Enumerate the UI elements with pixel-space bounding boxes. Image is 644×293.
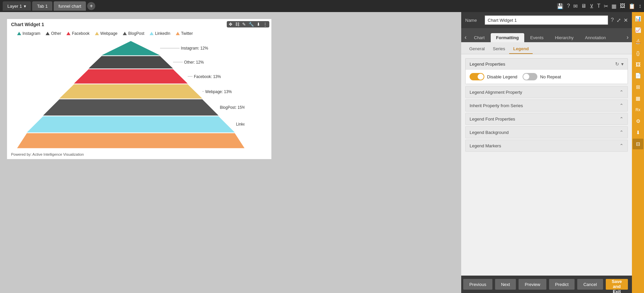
legend-alignment-chevron: ⌃	[620, 89, 624, 95]
funnel-svg: Instagram: 12% Other: 12% Facebook: 13% …	[17, 39, 245, 156]
save-icon[interactable]: 💾	[557, 3, 564, 9]
download-icon[interactable]: ⬇	[257, 22, 260, 27]
funnel-other	[89, 56, 173, 69]
sidebar-line-chart-icon[interactable]: 📈	[633, 25, 643, 35]
move-icon[interactable]: ✥	[229, 22, 232, 27]
link-icon[interactable]: ⛓	[235, 22, 239, 27]
sidebar-photo-icon[interactable]: 🖼	[633, 59, 643, 70]
funnel-twitter	[17, 133, 245, 148]
add-tab-button[interactable]: +	[87, 2, 95, 10]
tab-annotation[interactable]: Annotation	[580, 33, 611, 42]
tab-hierarchy[interactable]: Hierarchy	[549, 33, 579, 42]
monitor-icon[interactable]: 🖥	[581, 3, 586, 9]
scissors-icon[interactable]: ✂	[604, 3, 608, 9]
predict-button[interactable]: Predict	[549, 279, 575, 290]
wrench-icon[interactable]: 🔧	[249, 22, 254, 27]
panel-footer: Previous Next Preview Predict Cancel Sav…	[461, 276, 632, 293]
disable-legend-toggle[interactable]	[470, 73, 484, 80]
legend-facebook-label: Facebook	[72, 31, 90, 36]
sidebar-bar-icon[interactable]: ▦	[633, 93, 643, 104]
chart-widget-title: Chart Widget 1	[11, 22, 44, 27]
sidebar-curly-icon[interactable]: {}	[633, 48, 643, 58]
funnel-chart-tab[interactable]: funnel chart	[54, 1, 86, 11]
previous-button[interactable]: Previous	[463, 279, 492, 290]
sidebar-rx-icon[interactable]: Rx	[633, 104, 643, 115]
tab-formatting[interactable]: Formatting	[491, 33, 524, 42]
panel-name-label: Name	[465, 18, 482, 23]
funnel-webpage	[59, 84, 202, 99]
chart-legend: Instagram Other Facebook Webpage BlogPos…	[17, 31, 193, 36]
legend-twitter: Twitter	[176, 31, 193, 36]
sidebar-grid-icon[interactable]: ⊞	[633, 82, 643, 92]
inherit-property-row[interactable]: Inherit Property from Series ⌃	[465, 99, 628, 112]
save-exit-button[interactable]: Save and Exit	[606, 279, 628, 290]
no-repeat-knob	[523, 74, 529, 80]
sub-tabs: General Series Legend	[461, 42, 632, 54]
filter-icon[interactable]: ⊻	[590, 3, 594, 9]
collapse-icon[interactable]: ▾	[621, 61, 624, 67]
legend-font-row[interactable]: Legend Font Properties ⌃	[465, 113, 628, 125]
legend-facebook-icon	[66, 32, 70, 35]
legend-blogpost-label: BlogPost	[128, 31, 144, 36]
cancel-button[interactable]: Cancel	[577, 279, 603, 290]
legend-properties-header[interactable]: Legend Properties ↻ ▾	[466, 59, 628, 69]
text-icon[interactable]: T	[597, 3, 600, 9]
panel-close-icon[interactable]: ✕	[624, 17, 628, 23]
table-icon[interactable]: ▦	[611, 3, 616, 9]
legend-font-label: Legend Font Properties	[470, 117, 515, 122]
layer-tab[interactable]: Layer 1 ▾	[3, 1, 31, 11]
tab-chart[interactable]: Chart	[469, 33, 490, 42]
funnel-blogpost	[43, 99, 218, 116]
panel-resize-icon[interactable]: ⤢	[616, 17, 621, 23]
panel-tabs-prev[interactable]: ‹	[463, 32, 469, 42]
refresh-icon[interactable]: ↻	[615, 61, 619, 67]
preview-button[interactable]: Preview	[519, 279, 546, 290]
layer-dropdown-icon[interactable]: ▾	[24, 4, 26, 9]
subtab-series[interactable]: Series	[489, 44, 509, 54]
sidebar-grid2-icon[interactable]: ⊟	[633, 139, 643, 149]
expand-icon[interactable]: ↕	[639, 3, 641, 9]
legend-markers-chevron: ⌃	[620, 143, 624, 148]
legend-markers-row[interactable]: Legend Markers ⌃	[465, 140, 628, 152]
sidebar-chart-icon[interactable]: 📊	[633, 13, 643, 24]
legend-webpage-label: Webpage	[100, 31, 117, 36]
legend-twitter-icon	[176, 32, 180, 35]
sidebar-pie-icon[interactable]: 🥧	[633, 36, 643, 47]
legend-linkedin-icon	[150, 32, 154, 35]
edit-icon[interactable]: ✎	[242, 22, 246, 27]
legend-properties-title: Legend Properties	[470, 62, 505, 67]
no-repeat-toggle[interactable]	[523, 73, 537, 80]
tab-events[interactable]: Events	[525, 33, 549, 42]
instagram-label: Instagram: 12%	[181, 46, 208, 51]
legend-alignment-row[interactable]: Legend Alignment Property ⌃	[465, 86, 628, 98]
panel-help-icon[interactable]: ?	[611, 17, 614, 23]
next-button[interactable]: Next	[495, 279, 516, 290]
layer-tab-label: Layer 1	[7, 4, 22, 9]
sidebar-settings-icon[interactable]: ⚙	[633, 116, 643, 127]
blogpost-label: BlogPost: 15%	[220, 105, 245, 110]
funnel-facebook	[74, 69, 188, 84]
panel-tabs: ‹ Chart Formatting Events Hierarchy Anno…	[461, 28, 632, 42]
subtab-general[interactable]: General	[465, 44, 489, 54]
canvas-area: Chart Widget 1 ✥ ⛓ ✎ 🔧 ⬇ ⋮ Instagram Oth…	[0, 12, 461, 293]
image-topbar-icon[interactable]: 🖼	[620, 3, 625, 9]
tab1[interactable]: Tab 1	[32, 1, 52, 11]
funnel-linkedin	[27, 116, 235, 132]
legend-background-row[interactable]: Legend Background ⌃	[465, 126, 628, 138]
chart-toolbar: ✥ ⛓ ✎ 🔧 ⬇ ⋮	[227, 21, 269, 27]
panel-tabs-next[interactable]: ›	[625, 32, 631, 42]
legend-linkedin: LinkedIn	[150, 31, 170, 36]
panel-name-input[interactable]	[485, 15, 608, 25]
help-icon[interactable]: ?	[567, 3, 570, 9]
sidebar-doc-icon[interactable]: 📄	[633, 70, 643, 81]
more-icon[interactable]: ⋮	[263, 22, 267, 27]
linkedin-label: LinkedIn: 16%	[236, 122, 245, 127]
mail-icon[interactable]: ✉	[573, 3, 578, 9]
inherit-property-chevron: ⌃	[620, 103, 624, 108]
tab1-label: Tab 1	[37, 4, 48, 9]
sidebar-down-arrow-icon[interactable]: ⬇	[633, 127, 643, 138]
legend-webpage: Webpage	[95, 31, 117, 36]
subtab-legend[interactable]: Legend	[509, 44, 533, 54]
section-icons: ↻ ▾	[615, 61, 624, 67]
clipboard-icon[interactable]: 📋	[629, 3, 635, 9]
